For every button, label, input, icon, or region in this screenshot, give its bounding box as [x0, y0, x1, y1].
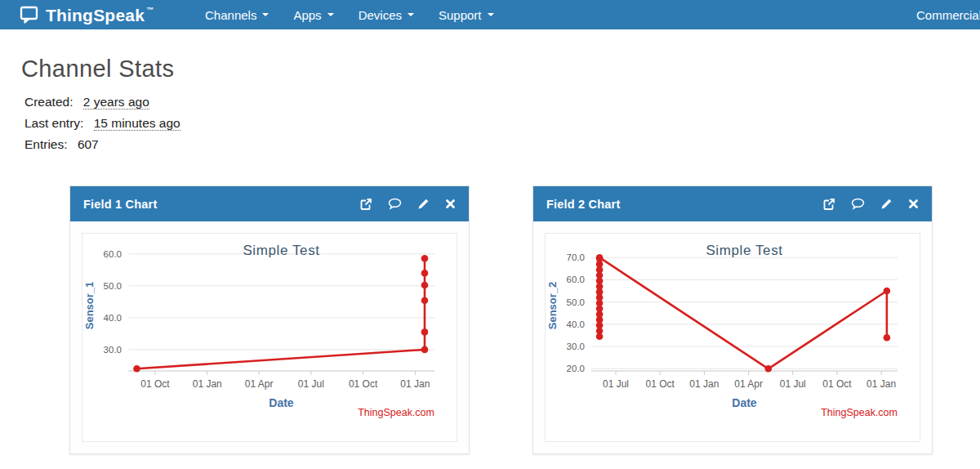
nav-item-commercial-use[interactable]: Commercial Use [916, 0, 980, 29]
data-point-marker[interactable] [421, 255, 429, 262]
nav-item-label: Channels [205, 8, 256, 22]
x-tick-label: 01 Jul [780, 378, 806, 390]
data-point-marker[interactable] [596, 254, 604, 261]
data-point-marker[interactable] [133, 365, 140, 373]
series-line [599, 257, 887, 368]
last-entry-label: Last entry: [24, 116, 83, 130]
card-title: Field 1 Chart [83, 198, 157, 211]
x-tick-label: 01 Jul [298, 378, 324, 390]
series-line [137, 258, 425, 368]
x-tick-label: 01 Oct [140, 378, 170, 390]
card-body: 30.040.050.060.001 Oct01 Jan01 Apr01 Jul… [70, 221, 469, 453]
y-tick-label: 40.0 [567, 319, 585, 329]
y-tick-label: 60.0 [104, 249, 122, 259]
external-link-icon[interactable] [359, 198, 372, 211]
y-axis-title: Sensor_1 [83, 282, 96, 330]
x-tick-label: 01 Oct [822, 378, 852, 390]
thingspeak-credit-link[interactable]: ThingSpeak.com [358, 407, 434, 418]
edit-icon[interactable] [880, 198, 893, 210]
comment-icon[interactable] [851, 198, 865, 210]
external-link-icon[interactable] [822, 198, 835, 211]
x-tick-label: 01 Jul [603, 378, 629, 390]
card-header-actions [359, 198, 456, 211]
trademark-symbol: ™ [146, 6, 154, 14]
nav-item-channels[interactable]: Channels [193, 0, 281, 29]
x-tick-label: 01 Apr [245, 378, 274, 390]
close-icon[interactable] [908, 199, 919, 209]
y-tick-label: 70.0 [567, 252, 585, 262]
card-title: Field 2 Chart [546, 198, 620, 211]
x-tick-label: 01 Jan [400, 378, 430, 390]
nav-item-support[interactable]: Support [426, 0, 506, 29]
y-tick-label: 60.0 [567, 275, 585, 284]
card-header: Field 2 Chart [533, 186, 932, 221]
last-entry-line: Last entry: 15 minutes ago [24, 113, 980, 134]
x-tick-label: 01 Apr [734, 378, 763, 390]
thingspeak-logo[interactable]: ThingSpeak ™ [20, 6, 154, 24]
chevron-down-icon [327, 13, 334, 16]
brand-name: ThingSpeak [46, 7, 145, 24]
x-tick-label: 01 Oct [646, 378, 675, 390]
last-entry-value: 15 minutes ago [94, 116, 180, 131]
field-1-chart: 30.040.050.060.001 Oct01 Jan01 Apr01 Jul… [82, 233, 457, 442]
thingspeak-credit-link[interactable]: ThingSpeak.com [821, 407, 898, 418]
y-tick-label: 40.0 [104, 313, 122, 323]
nav-item-label: Support [439, 8, 482, 22]
created-label: Created: [24, 95, 73, 109]
entries-line: Entries: 607 [24, 134, 980, 155]
y-tick-label: 30.0 [567, 342, 585, 351]
field-2-chart: 20.030.040.050.060.070.001 Jul01 Oct01 J… [545, 233, 920, 442]
y-tick-label: 50.0 [104, 281, 122, 291]
created-value: 2 years ago [83, 95, 149, 109]
top-navbar: ThingSpeak ™ Channels Apps Devices Suppo… [0, 0, 980, 29]
data-point-marker[interactable] [421, 346, 429, 354]
data-point-marker[interactable] [421, 282, 429, 289]
y-tick-label: 30.0 [104, 345, 122, 355]
data-point-marker[interactable] [765, 365, 773, 373]
x-axis-title: Date [269, 396, 294, 409]
card-body: 20.030.040.050.060.070.001 Jul01 Oct01 J… [533, 221, 932, 453]
entries-label: Entries: [24, 137, 68, 151]
nav-item-label: Devices [359, 8, 402, 22]
data-point-marker[interactable] [421, 270, 429, 277]
data-point-marker[interactable] [884, 334, 891, 342]
data-point-marker[interactable] [421, 328, 429, 336]
x-tick-label: 01 Jan [689, 378, 719, 390]
channel-stats-summary: Created: 2 years ago Last entry: 15 minu… [24, 92, 980, 155]
data-point-marker[interactable] [884, 288, 891, 295]
chart-title: Simple Test [243, 243, 319, 258]
card-header-actions [822, 198, 919, 211]
field-1-chart-svg: 30.040.050.060.001 Oct01 Jan01 Apr01 Jul… [82, 234, 457, 441]
chart-title: Simple Test [706, 243, 782, 258]
x-tick-label: 01 Jan [193, 378, 222, 390]
data-point-marker[interactable] [421, 297, 429, 305]
y-tick-label: 20.0 [567, 364, 585, 373]
comment-icon[interactable] [388, 198, 402, 210]
x-tick-label: 01 Jan [866, 378, 896, 390]
y-tick-label: 50.0 [567, 297, 585, 307]
close-icon[interactable] [445, 199, 456, 209]
nav-item-apps[interactable]: Apps [281, 0, 345, 29]
field-1-chart-card: Field 1 Chart [69, 185, 470, 454]
thingspeak-channel-stats-page: ThingSpeak ™ Channels Apps Devices Suppo… [0, 0, 980, 469]
speech-bubble-logo-icon [20, 6, 40, 24]
chevron-down-icon [488, 13, 494, 16]
x-axis-title: Date [732, 396, 757, 409]
page-title: Channel Stats [21, 56, 980, 81]
nav-item-devices[interactable]: Devices [346, 0, 426, 29]
card-header: Field 1 Chart [70, 186, 469, 221]
created-line: Created: 2 years ago [24, 92, 980, 113]
chevron-down-icon [408, 13, 414, 16]
entries-value: 607 [78, 137, 99, 151]
main-menu: Channels Apps Devices Support [193, 0, 506, 29]
nav-item-label: Apps [293, 8, 321, 22]
edit-icon[interactable] [417, 198, 430, 210]
y-axis-title: Sensor_2 [546, 282, 559, 330]
field-2-chart-card: Field 2 Chart [532, 185, 933, 454]
field-2-chart-svg: 20.030.040.050.060.070.001 Jul01 Oct01 J… [546, 234, 920, 441]
x-tick-label: 01 Oct [349, 378, 378, 390]
chevron-down-icon [262, 13, 269, 16]
chart-cards-row: Field 1 Chart [69, 185, 980, 454]
